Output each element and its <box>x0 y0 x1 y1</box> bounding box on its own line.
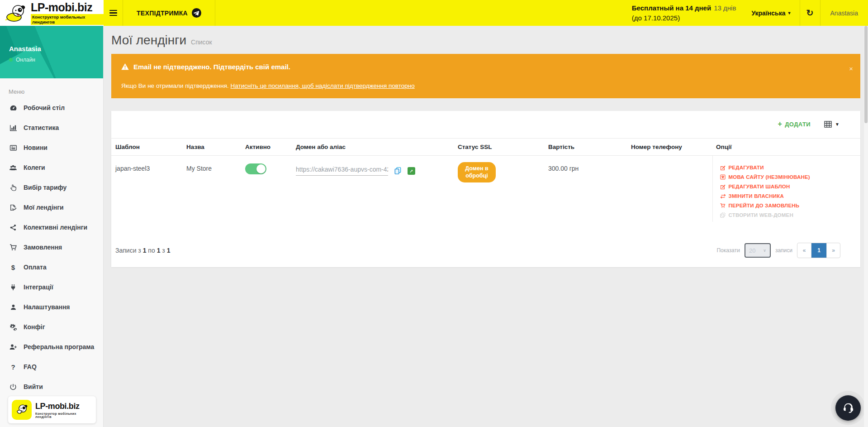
sidebar-item-logout[interactable]: Вийти <box>0 377 103 397</box>
dollar-icon: $ <box>9 264 18 271</box>
col-ssl-status: Статус SSL <box>454 139 545 156</box>
my-landings-icon <box>9 204 18 211</box>
cell-phone <box>627 156 712 222</box>
brand-title: LP-mobi.biz <box>31 1 92 14</box>
telegram-icon <box>192 8 201 18</box>
resend-confirmation-link[interactable]: Натисніть це посилання, щоб надіслати пі… <box>231 82 415 89</box>
warning-icon <box>121 63 129 70</box>
sidebar-item-news[interactable]: Новини <box>0 138 103 158</box>
active-toggle[interactable] <box>245 163 266 174</box>
sidebar-footer-title: LP-mobi.biz <box>35 402 92 411</box>
trial-plan: Бесплатный на 14 дней <box>632 4 711 12</box>
colleagues-icon <box>9 164 18 172</box>
edit-icon <box>720 184 726 189</box>
landings-card: + ДОДАТИ ▼ Шаблон Назва Активно Дом <box>111 111 860 267</box>
chat-widget-halo <box>831 391 865 425</box>
page-scrollbar[interactable] <box>864 26 868 427</box>
chevron-down-icon: ▼ <box>835 122 840 127</box>
sidebar-item-faq[interactable]: ? FAQ <box>0 357 103 377</box>
sidebar-item-tariff[interactable]: Вибір тарифу <box>0 178 103 197</box>
trial-days-left: 13 днів <box>714 4 736 12</box>
option-change-owner[interactable]: ЗМІНИТИ ВЛАСНИКА <box>720 193 857 199</box>
add-landing-button[interactable]: + ДОДАТИ <box>778 120 811 128</box>
refresh-button[interactable]: ↻ <box>800 0 821 26</box>
sidebar-item-my-landings[interactable]: Мої лендінги <box>0 197 103 217</box>
sidebar-item-integrations[interactable]: Інтеграції <box>0 277 103 297</box>
sidebar-item-referral[interactable]: Реферальна програма <box>0 337 103 357</box>
dog-logo-icon <box>12 400 32 420</box>
landings-table: Шаблон Назва Активно Домен або аліас Ста… <box>111 138 860 222</box>
brand-logo[interactable]: LP-mobi.biz Конструктор мобильных лендин… <box>0 0 104 26</box>
trial-until: (до 17.10.2025) <box>632 13 736 23</box>
sidebar-user-panel: Anastasia Онлайн <box>0 26 103 78</box>
option-site-language[interactable]: МОВА САЙТУ (НЕЗМІНЮВАНЕ) <box>720 174 857 180</box>
table-row: japan-steel3 My Store ➚ <box>111 156 860 222</box>
close-icon[interactable]: × <box>849 65 853 72</box>
col-options: Опції <box>712 139 860 156</box>
language-label: Українська <box>751 10 785 17</box>
alert-text: Якщо Ви не отримали підтвердження. <box>121 82 231 89</box>
pagination-page-1[interactable]: 1 <box>811 243 826 258</box>
col-cost: Вартість <box>545 139 627 156</box>
share-icon <box>9 224 18 231</box>
language-selector[interactable]: Українська ▾ <box>742 0 799 26</box>
sidebar: Anastasia Онлайн Меню Робочий стіл Стати… <box>0 26 104 427</box>
sidebar-footer-logo[interactable]: LP-mobi.biz Конструктор мобільних лендін… <box>8 396 96 423</box>
top-bar: LP-mobi.biz Конструктор мобильных лендин… <box>0 0 868 26</box>
sidebar-item-colleagues[interactable]: Колеги <box>0 158 103 178</box>
col-phone: Номер телефону <box>627 139 712 156</box>
pagination-next-button[interactable]: » <box>826 243 840 258</box>
trial-status: Бесплатный на 14 дней13 днів (до 17.10.2… <box>632 0 743 26</box>
chevron-down-icon: ∨ <box>763 248 766 253</box>
sidebar-user-status: Онлайн <box>16 57 35 63</box>
sidebar-item-collective-landings[interactable]: Колективні лендінги <box>0 217 103 237</box>
page-title: Мої лендінги <box>111 33 186 48</box>
page-size-select[interactable]: 20 ∨ <box>745 243 771 258</box>
sidebar-footer-subtitle: Конструктор мобільних лендінгів <box>35 412 92 418</box>
table-header-row: Шаблон Назва Активно Домен або аліас Ста… <box>111 139 860 156</box>
brand-subtitle: Конструктор мобильных лендингов <box>31 14 104 25</box>
open-site-icon[interactable]: ➚ <box>408 167 415 175</box>
option-go-to-orders[interactable]: ПЕРЕЙТИ ДО ЗАМОВЛЕНЬ <box>720 203 857 208</box>
dashboard-icon <box>9 104 18 112</box>
exchange-icon <box>720 194 726 199</box>
sidebar-item-payment[interactable]: $ Оплата <box>0 257 103 277</box>
sidebar-item-dashboard[interactable]: Робочий стіл <box>0 98 103 118</box>
hamburger-menu-button[interactable] <box>104 0 123 26</box>
scrollbar-thumb[interactable] <box>864 26 868 123</box>
topbar-username[interactable]: Anastasia <box>821 0 868 26</box>
sidebar-item-settings[interactable]: Налаштування <box>0 297 103 317</box>
plus-icon: + <box>778 120 782 128</box>
cell-cost: 300.00 грн <box>545 156 627 222</box>
domain-input[interactable] <box>296 165 388 176</box>
cart-icon <box>720 203 726 208</box>
refresh-icon: ↻ <box>806 8 814 18</box>
email-warning-banner: Email не підтверджено. Підтвердіть свій … <box>111 54 860 98</box>
clone-icon <box>720 212 726 218</box>
user-plus-icon <box>9 343 18 351</box>
sidebar-user-name: Anastasia <box>9 45 103 53</box>
column-settings-button[interactable]: ▼ <box>824 121 840 128</box>
col-template: Шаблон <box>111 139 183 156</box>
alert-title-text: Email не підтверджено. Підтвердіть свій … <box>133 63 290 71</box>
cogs-icon <box>9 323 18 331</box>
grid-icon <box>824 121 832 128</box>
sidebar-item-config[interactable]: Конфіг <box>0 317 103 337</box>
option-edit-template[interactable]: РЕДАГУВАТИ ШАБЛОН <box>720 184 857 189</box>
cart-icon <box>9 244 18 251</box>
support-chat-button[interactable] <box>835 395 861 421</box>
dog-logo-icon <box>5 4 27 23</box>
option-edit[interactable]: РЕДАГУВАТИ <box>720 165 857 170</box>
user-icon <box>9 303 18 311</box>
pagination-prev-button[interactable]: « <box>797 243 811 258</box>
sidebar-item-statistics[interactable]: Статистика <box>0 118 103 138</box>
tariff-icon <box>9 184 18 192</box>
sidebar-item-orders[interactable]: Замовлення <box>0 237 103 257</box>
menu-section-label: Меню <box>9 88 103 95</box>
copy-icon[interactable] <box>394 166 402 175</box>
cell-name: My Store <box>183 156 242 222</box>
option-create-web-domain: СТВОРИТИ WEB-ДОМЕН <box>720 212 857 218</box>
power-icon <box>9 383 18 391</box>
support-link[interactable]: ТЕХПІДТРИМКА <box>123 0 215 26</box>
main-content: Мої лендінги Список Email не підтверджен… <box>104 26 868 427</box>
